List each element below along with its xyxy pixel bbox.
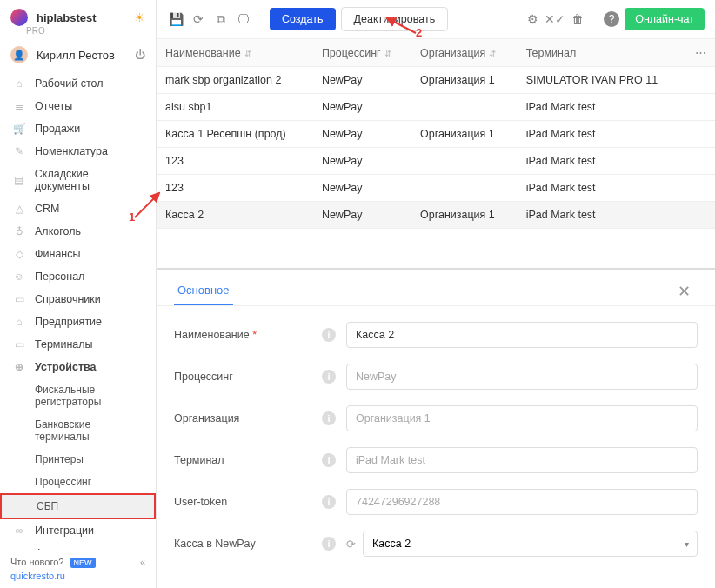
nav-label: Финансы <box>35 248 80 260</box>
cell-name: Касса 2 <box>157 202 313 229</box>
toolbar: 💾 ⟳ ⧉ 🖵 Создать Деактивировать ⚙ ✕✓ 🗑 ? … <box>157 0 715 39</box>
nav-label: Номенклатура <box>35 145 108 157</box>
cell-more <box>686 121 715 148</box>
col-processing[interactable]: Процессинг⇵ <box>313 39 411 67</box>
create-button[interactable]: Создать <box>270 8 336 30</box>
col-name[interactable]: Наименование⇵ <box>157 39 313 67</box>
nav-label: Отчеты <box>35 100 72 112</box>
collapse-icon[interactable]: « <box>140 557 145 567</box>
sidebar-item[interactable]: ☺Персонал <box>0 265 156 288</box>
sun-icon[interactable]: ☀ <box>134 10 145 24</box>
cell-term: iPad Mark test <box>518 175 686 202</box>
tab-main[interactable]: Основное <box>174 277 233 305</box>
power-icon[interactable]: ⏻ <box>135 49 145 61</box>
sidebar-item[interactable]: △CRM <box>0 197 156 220</box>
sidebar-item[interactable]: ⊕Устройства <box>0 356 156 378</box>
nav-label: Принтеры <box>35 453 84 465</box>
brand-row: hiplabstest ☀ <box>0 0 156 30</box>
tools-icon[interactable]: ✕✓ <box>546 10 564 28</box>
col-terminal[interactable]: Терминал <box>518 39 686 67</box>
sidebar-item[interactable]: ▤Складские документы <box>0 163 156 197</box>
cell-org <box>411 148 518 175</box>
sidebar-item[interactable]: 🛒Продажи <box>0 117 156 140</box>
label-name: Наименование * <box>174 329 322 341</box>
cell-term: iPad Mark test <box>518 121 686 148</box>
sidebar-item[interactable]: ⌂Предприятие <box>0 311 156 333</box>
sliders-icon[interactable]: ⚙ <box>524 10 541 28</box>
nav-label: Алкоголь <box>35 225 81 237</box>
nav-label: Продажи <box>35 123 80 135</box>
input-processing <box>346 364 698 390</box>
table-row[interactable]: alsu sbp1NewPayiPad Mark test <box>157 94 715 121</box>
chevron-down-icon[interactable]: ▾ <box>685 539 689 549</box>
sidebar-footer: Что нового? NEW « quickresto.ru <box>0 550 156 588</box>
info-icon[interactable]: i <box>322 453 336 467</box>
avatar: 👤 <box>10 46 28 63</box>
nav-label: Банковские терминалы <box>35 418 145 443</box>
sidebar-sub-item[interactable]: Принтеры <box>0 448 156 471</box>
whats-new-link[interactable]: Что нового? <box>10 557 63 567</box>
sidebar-sub-item[interactable]: ∞Интеграции <box>0 519 156 542</box>
cell-term: iPad Mark test <box>518 94 686 121</box>
nav-label: Терминалы <box>35 338 93 351</box>
cell-proc: NewPay <box>313 202 411 229</box>
info-icon[interactable]: i <box>322 328 336 342</box>
sidebar-item[interactable]: ✎Номенклатура <box>0 140 156 163</box>
nav-icon: 🛒 <box>10 123 28 135</box>
deactivate-button[interactable]: Деактивировать <box>341 7 449 31</box>
sidebar-sub-item[interactable]: Процессинг <box>0 471 156 493</box>
sidebar: hiplabstest ☀ PRO 👤 Кирилл Рестов ⏻ ⌂Раб… <box>0 0 157 588</box>
info-icon[interactable]: i <box>322 495 336 509</box>
nav-label: Процессинг <box>35 476 91 488</box>
input-terminal <box>346 447 698 473</box>
table-row[interactable]: mark sbp organization 2NewPayОрганизация… <box>157 67 715 94</box>
table-row[interactable]: 123NewPayiPad Mark test <box>157 148 715 175</box>
cell-proc: NewPay <box>313 67 411 94</box>
cell-more <box>686 94 715 121</box>
nav-icon: ▭ <box>10 338 28 351</box>
cell-org: Организация 1 <box>411 67 518 94</box>
help-icon[interactable]: ? <box>604 11 619 27</box>
refresh-icon[interactable]: ⟳ <box>190 10 207 28</box>
user-row[interactable]: 👤 Кирилл Рестов ⏻ <box>0 41 156 72</box>
sidebar-item[interactable]: ▭Справочники <box>0 288 156 311</box>
refresh-small-icon[interactable]: ⟳ <box>346 538 356 551</box>
sidebar-item[interactable]: ◇Финансы <box>0 243 156 265</box>
cell-name: Касса 1 Ресепшн (прод) <box>157 121 313 148</box>
nav-icon: ⊕ <box>10 361 28 373</box>
nav-label: Интеграции <box>35 525 94 537</box>
copy-icon[interactable]: ⧉ <box>212 10 230 28</box>
footer-link[interactable]: quickresto.ru <box>10 571 145 581</box>
sidebar-sub-item[interactable]: Банковские терминалы <box>0 413 156 448</box>
sidebar-item[interactable]: ≣Отчеты <box>0 95 156 117</box>
table-row[interactable]: 123NewPayiPad Mark test <box>157 175 715 202</box>
sidebar-sub-item[interactable]: СБП <box>0 493 156 519</box>
col-org[interactable]: Организация⇵ <box>411 39 518 67</box>
info-icon[interactable]: i <box>322 411 336 425</box>
sidebar-item[interactable]: ♁Алкоголь <box>0 220 156 243</box>
cell-term: iPad Mark test <box>518 148 686 175</box>
close-icon[interactable]: ✕ <box>671 278 698 304</box>
trash-icon[interactable]: 🗑 <box>569 10 586 28</box>
nav-icon: ⌂ <box>10 77 28 90</box>
select-newpay[interactable] <box>363 531 698 557</box>
col-more-icon[interactable]: ⋯ <box>686 39 715 67</box>
sidebar-item[interactable]: ▭Терминалы <box>0 333 156 356</box>
sidebar-sub-item[interactable]: Фискальные регистраторы <box>0 378 156 413</box>
nav-icon: ♁ <box>10 225 28 237</box>
label-newpay: Касса в NewPay <box>174 538 322 550</box>
online-chat-button[interactable]: Онлайн-чат <box>625 8 705 30</box>
nav-label: Устройства <box>35 361 97 373</box>
nav-icon: ✎ <box>10 145 28 157</box>
monitor-icon[interactable]: 🖵 <box>235 10 252 28</box>
sidebar-item[interactable]: ⌂Рабочий стол <box>0 72 156 95</box>
info-icon[interactable]: i <box>322 537 336 551</box>
nav-label: Фискальные регистраторы <box>35 384 145 408</box>
save-icon[interactable]: 💾 <box>167 10 184 28</box>
input-name[interactable] <box>346 322 698 348</box>
cell-name: alsu sbp1 <box>157 94 313 121</box>
table-row[interactable]: Касса 2NewPayОрганизация 1iPad Mark test <box>157 202 715 229</box>
sidebar-sub-item[interactable]: △Франшиза <box>0 542 156 550</box>
table-row[interactable]: Касса 1 Ресепшн (прод)NewPayОрганизация … <box>157 121 715 148</box>
info-icon[interactable]: i <box>322 370 336 384</box>
